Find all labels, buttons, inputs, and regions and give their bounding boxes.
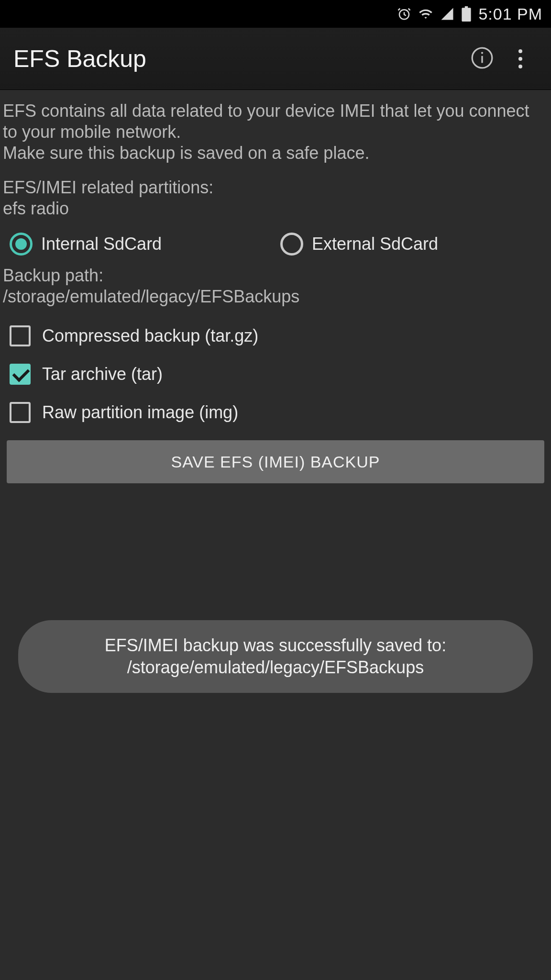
checkbox-raw-label: Raw partition image (img) (42, 402, 238, 423)
wifi-icon (418, 7, 433, 21)
checkbox-compressed[interactable]: Compressed backup (tar.gz) (10, 317, 541, 355)
battery-icon (461, 6, 472, 22)
info-icon (470, 46, 494, 72)
radio-indicator (10, 233, 33, 256)
content-area: EFS contains all data related to your de… (0, 90, 551, 980)
checkbox-compressed-label: Compressed backup (tar.gz) (42, 326, 258, 346)
partitions-list: efs radio (3, 199, 69, 218)
toast-line1: EFS/IMEI backup was successfully saved t… (105, 635, 446, 655)
format-checkbox-group: Compressed backup (tar.gz) Tar archive (… (0, 307, 551, 435)
partitions-header: EFS/IMEI related partitions: (3, 178, 213, 197)
radio-internal-label: Internal SdCard (41, 234, 162, 254)
backup-path-label: Backup path: (3, 266, 103, 285)
save-backup-button-label: SAVE EFS (IMEI) BACKUP (171, 453, 380, 471)
radio-external-label: External SdCard (312, 234, 438, 254)
checkbox-indicator (10, 325, 31, 346)
info-button[interactable] (463, 40, 501, 78)
toast-text: EFS/IMEI backup was successfully saved t… (39, 635, 512, 679)
checkbox-indicator (10, 402, 31, 423)
status-bar: 5:01 PM (0, 0, 551, 28)
cellular-signal-icon (440, 7, 454, 21)
checkbox-tar-label: Tar archive (tar) (42, 364, 163, 384)
description-line1: EFS contains all data related to your de… (3, 101, 529, 142)
checkbox-indicator (10, 364, 31, 385)
svg-point-3 (481, 52, 483, 54)
toast-notification: EFS/IMEI backup was successfully saved t… (18, 620, 533, 693)
app-bar: EFS Backup (0, 28, 551, 90)
description-line2: Make sure this backup is saved on a safe… (3, 143, 369, 163)
alarm-icon (397, 7, 411, 21)
toast-line2: /storage/emulated/legacy/EFSBackups (127, 657, 424, 677)
radio-external-sdcard[interactable]: External SdCard (280, 233, 541, 256)
more-vert-icon (518, 49, 522, 68)
app-title: EFS Backup (13, 45, 463, 73)
status-clock: 5:01 PM (478, 5, 542, 23)
backup-path-info: Backup path: /storage/emulated/legacy/EF… (0, 265, 551, 307)
checkbox-raw[interactable]: Raw partition image (img) (10, 393, 541, 432)
radio-internal-sdcard[interactable]: Internal SdCard (10, 233, 271, 256)
backup-path-value: /storage/emulated/legacy/EFSBackups (3, 287, 299, 306)
checkbox-tar[interactable]: Tar archive (tar) (10, 355, 541, 393)
radio-indicator (280, 233, 303, 256)
save-backup-button[interactable]: SAVE EFS (IMEI) BACKUP (7, 440, 544, 483)
storage-radio-group: Internal SdCard External SdCard (0, 219, 551, 262)
partitions-info: EFS/IMEI related partitions: efs radio (0, 177, 551, 219)
description-text: EFS contains all data related to your de… (0, 100, 551, 164)
overflow-menu-button[interactable] (501, 40, 540, 78)
